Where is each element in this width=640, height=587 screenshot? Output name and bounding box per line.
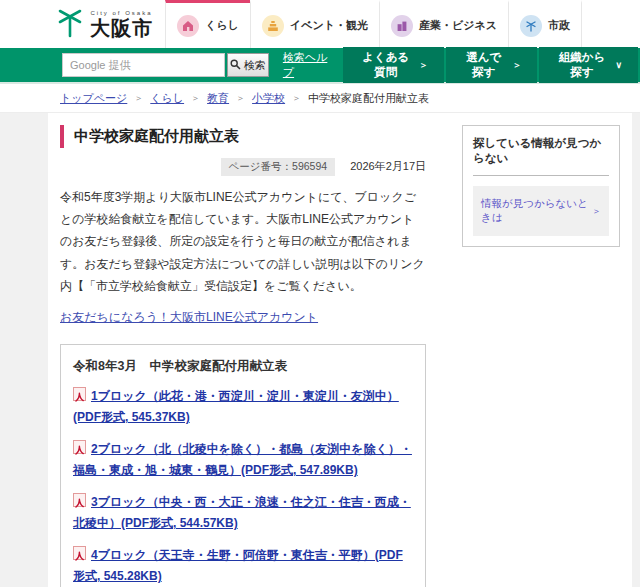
breadcrumb-link-top[interactable]: トップページ [60, 91, 127, 106]
page-meta: ページ番号：596594 2026年2月17日 [60, 158, 426, 176]
pdf-link-label: 2ブロック（北（北稜中を除く）・都島（友渕中を除く）・福島・東成・旭・城東・鶴見… [73, 442, 412, 477]
tab-label: イベント・観光 [290, 18, 368, 33]
organization-dropdown-button[interactable]: 組織から探す ∨ [539, 47, 638, 83]
section-heading: 令和8年3月 中学校家庭配付用献立表 [73, 358, 413, 375]
pdf-link-block2[interactable]: 2ブロック（北（北稜中を除く）・都島（友渕中を除く）・福島・東成・旭・城東・鶴見… [73, 439, 413, 481]
main-area: 中学校家庭配付用献立表 ページ番号：596594 2026年2月17日 令和5年… [0, 113, 640, 587]
tab-label: くらし [205, 18, 239, 33]
tab-event-kanko[interactable]: イベント・観光 [250, 0, 379, 48]
breadcrumb: トップページ ＞ くらし ＞ 教育 ＞ 小学校 ＞ 中学校家庭配付用献立表 [0, 84, 640, 113]
breadcrumb-separator: ＞ [236, 92, 245, 105]
search-button[interactable]: 検索 [227, 53, 269, 77]
magnifier-icon [230, 59, 241, 72]
chevron-right-icon: ＞ [512, 59, 521, 72]
tab-label: 市政 [548, 18, 570, 33]
pdf-link-label: 3ブロック（中央・西・大正・浪速・住之江・住吉・西成・北稜中）(PDF形式, 5… [73, 495, 411, 530]
building-icon [391, 15, 413, 37]
not-found-box: 探している情報が見つからない 情報が見つからないときは ＞ [462, 125, 620, 247]
sidebar-heading: 探している情報が見つからない [473, 136, 609, 176]
logo-title: 大阪市 [90, 18, 153, 38]
breadcrumb-separator: ＞ [191, 92, 200, 105]
chevron-down-icon: ∨ [615, 60, 622, 70]
page-title: 中学校家庭配付用献立表 [74, 127, 426, 146]
tab-kurashi[interactable]: くらし [165, 0, 250, 48]
pdf-link-label: 4ブロック（天王寺・生野・阿倍野・東住吉・平野）(PDF形式, 545.28KB… [73, 548, 403, 583]
content-container: 中学校家庭配付用献立表 ページ番号：596594 2026年2月17日 令和5年… [48, 113, 632, 587]
sidebar-link-label: 情報が見つからないときは [481, 197, 592, 225]
page-number-badge: ページ番号：596594 [221, 158, 336, 176]
site-header: City of Osaka 大阪市 くらし イベント・観光 産業・ビジネス [0, 0, 640, 48]
osaka-city-logo[interactable]: City of Osaka 大阪市 [56, 0, 153, 48]
header-nav-tabs: くらし イベント・観光 産業・ビジネス 市政 [165, 0, 582, 48]
chevron-right-icon: ＞ [419, 59, 428, 72]
logo-subtitle: City of Osaka [90, 10, 152, 16]
pdf-link-block4[interactable]: 4ブロック（天王寺・生野・阿倍野・東住吉・平野）(PDF形式, 545.28KB… [73, 545, 413, 587]
pdf-file-icon [73, 440, 86, 454]
faq-button-label: よくある質問 [359, 50, 412, 80]
house-icon [177, 15, 199, 37]
breadcrumb-separator: ＞ [134, 92, 143, 105]
castle-icon [262, 15, 284, 37]
pdf-link-label: 1ブロック（此花・港・西淀川・淀川・東淀川・友渕中）(PDF形式, 545.37… [73, 389, 399, 424]
city-emblem-icon [520, 15, 542, 37]
line-account-link[interactable]: お友だちになろう！大阪市LINE公式アカウント [60, 309, 318, 326]
browse-button-label: 選んで探す [462, 50, 505, 80]
breadcrumb-current: 中学校家庭配付用献立表 [308, 91, 429, 106]
breadcrumb-link-kurashi[interactable]: くらし [150, 91, 184, 106]
miotsukushi-logo-icon [56, 6, 84, 42]
breadcrumb-link-shogakko[interactable]: 小学校 [252, 91, 285, 106]
tab-sangyo-business[interactable]: 産業・ビジネス [379, 0, 508, 48]
pdf-file-icon [73, 387, 86, 401]
page-title-block: 中学校家庭配付用献立表 [60, 125, 426, 148]
pdf-link-block3[interactable]: 3ブロック（中央・西・大正・浪速・住之江・住吉・西成・北稜中）(PDF形式, 5… [73, 492, 413, 534]
search-input[interactable] [62, 53, 225, 77]
faq-button[interactable]: よくある質問 ＞ [343, 47, 444, 83]
pdf-link-block1[interactable]: 1ブロック（此花・港・西淀川・淀川・東淀川・友渕中）(PDF形式, 545.37… [73, 386, 413, 428]
breadcrumb-link-kyoiku[interactable]: 教育 [207, 91, 229, 106]
tab-label: 産業・ビジネス [419, 18, 497, 33]
breadcrumb-separator: ＞ [292, 92, 301, 105]
chevron-right-icon: ＞ [592, 205, 601, 218]
intro-paragraph: 令和5年度3学期より大阪市LINE公式アカウントにて、ブロックごとの学校給食献立… [60, 186, 426, 297]
tab-shisei[interactable]: 市政 [508, 0, 582, 48]
page-date: 2026年2月17日 [350, 160, 426, 172]
right-sidebar: 探している情報が見つからない 情報が見つからないときは ＞ [462, 123, 620, 577]
search-help-link[interactable]: 検索ヘルプ [283, 50, 328, 80]
pdf-file-icon [73, 546, 86, 560]
browse-button[interactable]: 選んで探す ＞ [446, 47, 537, 83]
organization-button-label: 組織から探す [555, 50, 608, 80]
info-not-found-link[interactable]: 情報が見つからないときは ＞ [473, 186, 609, 236]
pdf-file-icon [73, 493, 86, 507]
search-band: 検索 検索ヘルプ よくある質問 ＞ 選んで探す ＞ 組織から探す ∨ [0, 48, 640, 84]
search-button-label: 検索 [244, 58, 266, 73]
main-content: 中学校家庭配付用献立表 ページ番号：596594 2026年2月17日 令和5年… [60, 123, 426, 577]
menu-section-march: 令和8年3月 中学校家庭配付用献立表 1ブロック（此花・港・西淀川・淀川・東淀川… [60, 344, 426, 587]
